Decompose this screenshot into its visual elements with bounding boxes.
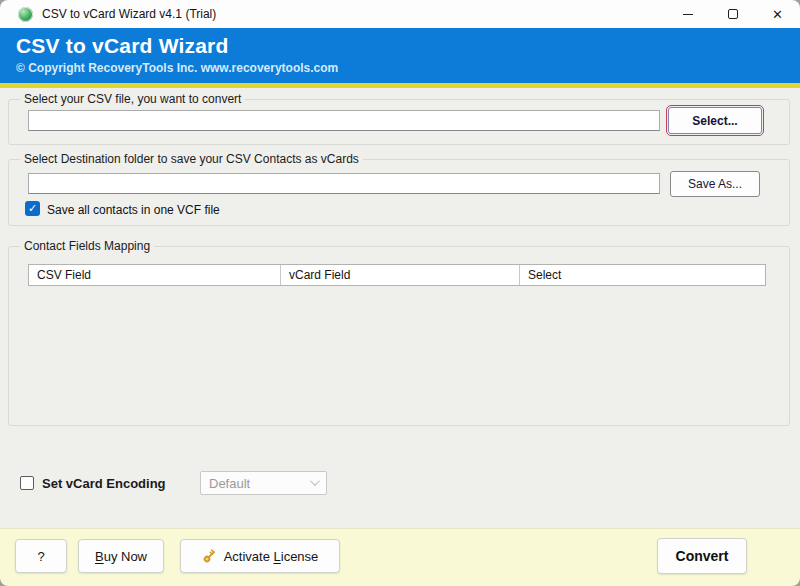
column-header-csv-field[interactable]: CSV Field — [29, 265, 281, 285]
footer-bar: ? Buy Now Activate License Convert — [0, 528, 800, 586]
csv-file-input[interactable] — [28, 110, 660, 131]
chevron-down-icon — [310, 476, 320, 486]
activate-license-button[interactable]: Activate License — [180, 539, 340, 573]
maximize-icon — [728, 9, 738, 19]
minimize-icon — [683, 14, 693, 15]
convert-button[interactable]: Convert — [657, 538, 747, 574]
activate-license-label: Activate License — [224, 549, 319, 564]
mapping-table-header: CSV Field vCard Field Select — [28, 264, 766, 286]
mapping-group-label: Contact Fields Mapping — [20, 239, 154, 253]
app-header: CSV to vCard Wizard © Copyright Recovery… — [0, 28, 800, 83]
select-file-button[interactable]: Select... — [668, 107, 762, 134]
encoding-dropdown-value: Default — [209, 476, 250, 491]
maximize-button[interactable] — [710, 0, 755, 28]
csv-file-group-label: Select your CSV file, you want to conver… — [20, 92, 245, 106]
copyright-text: © Copyright RecoveryTools Inc. www.recov… — [16, 61, 800, 75]
encoding-checkbox[interactable] — [20, 476, 34, 490]
app-window: CSV to vCard Wizard v4.1 (Trial) ✕ CSV t… — [0, 0, 800, 586]
single-vcf-checkbox[interactable]: ✓ — [25, 201, 40, 216]
page-title: CSV to vCard Wizard — [16, 34, 800, 58]
column-header-vcard-field[interactable]: vCard Field — [281, 265, 520, 285]
column-header-select[interactable]: Select — [520, 265, 765, 285]
save-as-button[interactable]: Save As... — [670, 171, 760, 197]
buy-now-label: Buy Now — [95, 549, 147, 564]
encoding-dropdown[interactable]: Default — [200, 471, 327, 495]
single-vcf-checkbox-label: Save all contacts in one VCF file — [47, 203, 220, 217]
window-controls: ✕ — [665, 0, 800, 28]
window-title: CSV to vCard Wizard v4.1 (Trial) — [42, 7, 216, 21]
destination-input[interactable] — [28, 173, 660, 194]
checkmark-icon: ✓ — [28, 203, 37, 214]
destination-group-label: Select Destination folder to save your C… — [20, 152, 363, 166]
encoding-checkbox-label: Set vCard Encoding — [42, 476, 166, 491]
main-content: Select your CSV file, you want to conver… — [0, 88, 800, 528]
close-icon: ✕ — [772, 8, 783, 21]
buy-now-button[interactable]: Buy Now — [78, 539, 164, 573]
key-icon — [202, 548, 218, 564]
title-bar: CSV to vCard Wizard v4.1 (Trial) ✕ — [0, 0, 800, 28]
minimize-button[interactable] — [665, 0, 710, 28]
app-icon — [18, 7, 33, 22]
help-button[interactable]: ? — [15, 539, 67, 573]
close-button[interactable]: ✕ — [755, 0, 800, 28]
